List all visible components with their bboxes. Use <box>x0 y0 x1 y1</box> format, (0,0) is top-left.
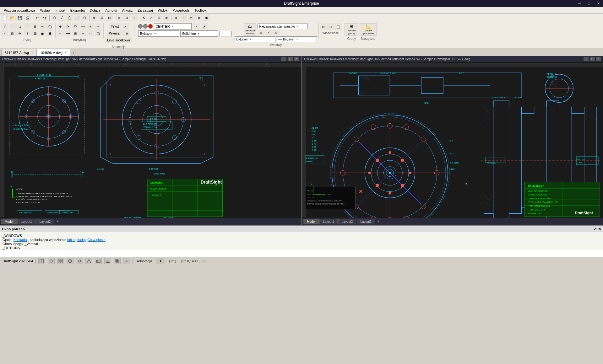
menu-eksportuj[interactable]: Eksportuj <box>68 8 87 13</box>
fill-tool[interactable]: ▥ <box>31 30 38 36</box>
line-type-dropdown[interactable]: ── ByLayer <box>276 36 317 42</box>
menu-toolbox[interactable]: Toolbox <box>192 8 209 13</box>
tool14[interactable]: ⊞ <box>155 14 162 21</box>
redo-btn[interactable]: ↪ <box>41 14 48 21</box>
print-btn[interactable]: 🖨 <box>24 14 31 21</box>
polar-btn[interactable] <box>76 258 83 264</box>
rotate-tool[interactable]: ⟳ <box>64 23 71 29</box>
new-btn[interactable]: 📄 <box>1 14 8 21</box>
menu-powertools[interactable]: Powertools <box>170 8 192 13</box>
tool4[interactable]: ⬜ <box>73 14 80 21</box>
tool15[interactable]: ⊕ <box>163 14 170 21</box>
tool1[interactable]: ⬡ <box>51 14 58 21</box>
transparency-btn[interactable] <box>114 258 121 264</box>
tool7[interactable]: ⊞ <box>98 14 105 21</box>
center-layer-dropdown[interactable]: CENTER <box>154 23 192 29</box>
layer-state-btn1[interactable]: ⊕ <box>258 30 264 35</box>
bylayer2-dropdown[interactable]: ByLayer <box>235 36 275 42</box>
tool20[interactable]: ◉ <box>203 14 210 21</box>
command-input-row[interactable] <box>0 250 603 257</box>
move-tool[interactable]: ⊕ <box>57 23 64 29</box>
scale-tool[interactable]: ⤡ <box>87 23 94 29</box>
minimize-button[interactable]: ─ <box>575 0 584 7</box>
rect-tool[interactable]: □ <box>16 23 23 29</box>
prop-tool1[interactable]: ⊞ <box>320 23 327 30</box>
tab-add-btn[interactable]: + <box>70 50 77 56</box>
linia-btn[interactable]: Linia środkowa <box>105 37 132 43</box>
leader-tool[interactable]: ↗ <box>122 23 129 29</box>
left-pane-minimize[interactable]: ─ <box>281 57 286 61</box>
prop-tool3[interactable]: 📋 <box>335 23 342 30</box>
spline-tool[interactable]: ∿ <box>39 23 46 29</box>
tool8[interactable]: ⊡ <box>106 14 113 21</box>
menu-widok[interactable]: Widok <box>155 8 170 13</box>
left-tab-layout2[interactable]: Layout2 <box>36 219 54 224</box>
menedzer-btn[interactable]: 🗂 Menedzer warstw <box>244 23 256 36</box>
tool17[interactable]: ⋮ <box>180 14 187 21</box>
snap-to-grid[interactable] <box>48 258 55 264</box>
chamfer-tool[interactable]: ◲ <box>95 30 101 36</box>
left-pane-close[interactable]: ✕ <box>294 57 299 61</box>
undo-btn[interactable]: ↩ <box>34 14 41 21</box>
tab-104696[interactable]: 104696-A.dwg ✕ <box>37 49 70 56</box>
layer-check-btn[interactable]: ✓ <box>193 23 200 29</box>
cmd-link-kaskada[interactable]: Kaskada <box>14 238 27 242</box>
solid-line-dropdown[interactable]: Solid line <box>180 30 218 37</box>
left-tab-add[interactable]: + <box>55 219 60 224</box>
save-btn[interactable]: 💾 <box>16 14 23 21</box>
tool19[interactable]: ⊗ <box>195 14 202 21</box>
region-tool[interactable]: ◼ <box>39 30 46 36</box>
open-btn[interactable]: 📂 <box>9 14 16 21</box>
tool13[interactable]: ⤢ <box>148 14 155 21</box>
offset-tool[interactable]: ⟶ <box>64 30 71 36</box>
tab-close-8112157[interactable]: ✕ <box>31 51 33 54</box>
menu-arkusz[interactable]: Arkusz <box>120 8 135 13</box>
text-btn[interactable]: Tekst <box>109 23 121 29</box>
close-button[interactable]: ✕ <box>594 0 603 7</box>
block-tool[interactable]: ⊡ <box>9 30 16 36</box>
layer-state-btn2[interactable]: ✓ <box>265 30 272 35</box>
wymiar-btn[interactable]: Wymiar <box>107 30 123 36</box>
right-pane-maximize[interactable]: □ <box>590 57 595 61</box>
tool10[interactable]: ⊿ <box>123 14 130 21</box>
right-drawing-canvas[interactable]: 32.0 ⊘5.2 ⊘6.2 ⊘8.3 ⊘R.5 347 857 DETAIL … <box>302 62 603 218</box>
menu-adnotuj[interactable]: Adnotuj <box>103 8 119 13</box>
shape-tool[interactable]: ⬟ <box>46 30 53 36</box>
layer-x-btn[interactable]: ✗ <box>201 23 208 29</box>
circle-tool[interactable]: ○ <box>9 23 16 29</box>
center-mark-tool[interactable]: ⊕ <box>123 30 130 36</box>
tool3[interactable]: ◯ <box>66 14 73 21</box>
right-tab-add[interactable]: + <box>376 219 381 224</box>
left-pane-maximize[interactable]: □ <box>288 57 293 61</box>
grid-btn[interactable] <box>57 258 64 264</box>
menu-zarzadzaj[interactable]: Zarządzaj <box>135 8 155 13</box>
cmd-close-btn[interactable]: ✕ <box>598 227 601 231</box>
ellipse-tool[interactable]: ◯ <box>46 23 53 29</box>
tool18[interactable]: ✂ <box>188 14 195 21</box>
menu-import[interactable]: Import <box>53 8 68 13</box>
tab-8112157[interactable]: 8112157-A.dwg ✕ <box>1 49 37 56</box>
point-tool[interactable]: · <box>1 30 8 36</box>
cmd-float-btn[interactable]: ⤢ <box>594 227 597 231</box>
layer-state-btn3[interactable]: ⚙ <box>273 30 280 35</box>
tool12[interactable]: ⟲ <box>140 14 147 21</box>
annotation-dropdown[interactable]: ▼ <box>156 258 165 264</box>
right-pane-minimize[interactable]: ─ <box>584 57 589 61</box>
array-tool[interactable]: ⊞ <box>72 30 79 36</box>
trim-tool[interactable]: ✂ <box>95 23 101 29</box>
cmd-link-pionowo[interactable]: lub sąsiadująCo w pionie <box>67 238 106 242</box>
fillet-tool[interactable]: ⌓ <box>87 30 94 36</box>
right-tab-model[interactable]: Model <box>303 219 319 224</box>
tool16[interactable]: ◈ <box>173 14 180 21</box>
add-btn[interactable]: + <box>123 258 130 264</box>
command-input[interactable] <box>3 252 600 255</box>
lineweight-btn[interactable] <box>104 258 111 264</box>
line-tool[interactable]: ╱ <box>1 23 8 29</box>
left-drawing-canvas[interactable]: ⊘ 3555.4482 ⊘ 954.001 A A ⊘ 6X ø 25 THRU… <box>0 62 301 218</box>
extend-tool[interactable]: ↔ <box>57 30 64 36</box>
right-tab-layout3[interactable]: Layout3 <box>357 219 375 224</box>
right-tab-layout1[interactable]: Layout1 <box>319 219 338 224</box>
explode-tool[interactable]: ⊹ <box>79 30 86 36</box>
dynin-btn[interactable] <box>95 258 102 264</box>
left-tab-model[interactable]: Model <box>1 219 17 224</box>
